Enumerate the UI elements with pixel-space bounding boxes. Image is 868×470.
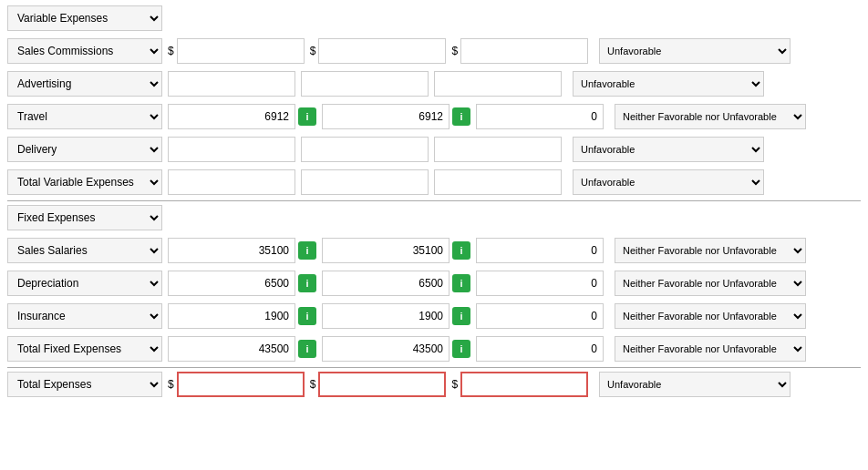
label-select-travel[interactable]: Travel [7,104,162,129]
label-select-total-expenses[interactable]: Total Expenses [7,372,162,397]
input-col1-travel[interactable] [168,104,295,129]
info-btn-col1-insurance[interactable]: i [298,307,316,325]
variance-select-sales-salaries[interactable]: UnfavorableFavorableNeither Favorable no… [615,238,806,263]
label-select-advertising[interactable]: Advertising [7,71,162,97]
input-col3-total-fixed-expenses[interactable] [476,336,604,362]
variance-select-total-expenses[interactable]: UnfavorableFavorableNeither Favorable no… [599,372,790,397]
input-col2-total-variable-expenses[interactable] [301,169,429,195]
variance-select-advertising[interactable]: UnfavorableFavorableNeither Favorable no… [573,71,764,97]
variance-select-delivery[interactable]: UnfavorableFavorableNeither Favorable no… [573,137,764,162]
col3-cell-sales-salaries [476,238,604,263]
info-btn-col2-total-fixed-expenses[interactable]: i [452,340,470,358]
col2-cell-advertising [301,71,429,97]
input-col1-sales-salaries[interactable] [168,238,295,263]
input-col3-advertising[interactable] [434,71,562,97]
variance-select-insurance[interactable]: UnfavorableFavorableNeither Favorable no… [615,303,806,329]
row-variable-expenses-header: Variable Expenses [7,4,861,33]
variance-select-sales-commissions[interactable]: UnfavorableFavorableNeither Favorable no… [599,38,790,64]
info-btn-col2-sales-salaries[interactable]: i [452,241,470,260]
label-select-variable-expenses-header[interactable]: Variable Expenses [7,5,162,31]
input-col1-delivery[interactable] [168,137,295,162]
input-col2-total-expenses[interactable] [318,372,446,397]
input-col3-insurance[interactable] [476,303,604,329]
dollar-sign-col3-sales-commissions: $ [451,45,458,57]
input-col3-travel[interactable] [476,104,604,129]
info-btn-col1-total-fixed-expenses[interactable]: i [298,340,316,358]
info-btn-col1-sales-salaries[interactable]: i [298,241,316,260]
row-total-variable-expenses: Total Variable ExpensesUnfavorableFavora… [7,168,861,197]
input-col2-insurance[interactable] [322,303,450,329]
info-btn-col2-travel[interactable]: i [452,107,470,126]
variance-cell-total-variable-expenses: UnfavorableFavorableNeither Favorable no… [567,169,764,195]
col3-cell-sales-commissions: $ [451,38,588,64]
label-select-sales-commissions[interactable]: Sales Commissions [7,38,162,64]
input-col1-advertising[interactable] [168,71,295,97]
variance-select-total-variable-expenses[interactable]: UnfavorableFavorableNeither Favorable no… [573,169,764,195]
variance-select-depreciation[interactable]: UnfavorableFavorableNeither Favorable no… [615,271,806,296]
col2-cell-total-expenses: $ [310,372,447,397]
col1-cell-travel: i [168,104,316,129]
variance-cell-depreciation: UnfavorableFavorableNeither Favorable no… [609,271,806,296]
info-btn-col1-depreciation[interactable]: i [298,274,316,292]
label-select-fixed-expenses-header[interactable]: Fixed Expenses [7,205,162,230]
label-select-total-fixed-expenses[interactable]: Total Fixed Expenses [7,336,162,362]
col3-cell-advertising [434,71,562,97]
input-col3-sales-commissions[interactable] [460,38,588,64]
info-btn-col2-insurance[interactable]: i [452,307,470,325]
row-depreciation: DepreciationiiUnfavorableFavorableNeithe… [7,269,861,298]
col2-cell-insurance: i [322,303,470,329]
input-col1-depreciation[interactable] [168,271,295,296]
dollar-sign-col2-total-expenses: $ [310,378,316,391]
label-cell-insurance: Insurance [7,303,162,329]
input-col2-sales-commissions[interactable] [318,38,446,64]
col1-cell-sales-salaries: i [168,238,316,263]
input-col2-depreciation[interactable] [322,271,450,296]
label-select-delivery[interactable]: Delivery [7,137,162,162]
input-col2-delivery[interactable] [301,137,429,162]
col2-cell-total-fixed-expenses: i [322,336,470,362]
input-col3-sales-salaries[interactable] [476,238,604,263]
label-cell-travel: Travel [7,104,162,129]
input-col2-travel[interactable] [322,104,450,129]
col1-cell-sales-commissions: $ [168,38,305,64]
input-col1-total-variable-expenses[interactable] [168,169,295,195]
dollar-sign-col3-total-expenses: $ [451,378,458,391]
label-select-total-variable-expenses[interactable]: Total Variable Expenses [7,169,162,195]
col1-cell-total-fixed-expenses: i [168,336,316,362]
info-btn-col1-travel[interactable]: i [298,107,316,126]
row-insurance: InsuranceiiUnfavorableFavorableNeither F… [7,301,861,331]
row-sales-commissions: Sales Commissions$$$UnfavorableFavorable… [7,36,861,66]
label-cell-advertising: Advertising [7,71,162,97]
label-cell-fixed-expenses-header: Fixed Expenses [7,205,162,230]
col1-cell-total-variable-expenses [168,169,295,195]
label-cell-total-fixed-expenses: Total Fixed Expenses [7,336,162,362]
variance-select-total-fixed-expenses[interactable]: UnfavorableFavorableNeither Favorable no… [615,336,806,362]
col3-cell-total-expenses: $ [451,372,588,397]
variance-cell-sales-commissions: UnfavorableFavorableNeither Favorable no… [594,38,790,64]
input-col2-sales-salaries[interactable] [322,238,450,263]
info-btn-col2-depreciation[interactable]: i [452,274,470,292]
label-select-depreciation[interactable]: Depreciation [7,271,162,296]
input-col1-sales-commissions[interactable] [177,38,305,64]
input-col1-total-fixed-expenses[interactable] [168,336,295,362]
input-col3-depreciation[interactable] [476,271,604,296]
label-select-sales-salaries[interactable]: Sales Salaries [7,238,162,263]
input-col2-total-fixed-expenses[interactable] [322,336,450,362]
variance-cell-delivery: UnfavorableFavorableNeither Favorable no… [567,137,764,162]
row-travel: TraveliiUnfavorableFavorableNeither Favo… [7,102,861,131]
variance-select-travel[interactable]: UnfavorableFavorableNeither Favorable no… [615,104,806,129]
col3-cell-delivery [434,137,562,162]
input-col3-total-expenses[interactable] [460,372,588,397]
variance-cell-advertising: UnfavorableFavorableNeither Favorable no… [567,71,764,97]
main-container: Variable ExpensesSales Commissions$$$Unf… [0,0,868,406]
input-col3-total-variable-expenses[interactable] [434,169,562,195]
input-col2-advertising[interactable] [301,71,429,97]
input-col3-delivery[interactable] [434,137,562,162]
label-select-insurance[interactable]: Insurance [7,303,162,329]
input-col1-insurance[interactable] [168,303,295,329]
variance-cell-total-fixed-expenses: UnfavorableFavorableNeither Favorable no… [609,336,806,362]
col1-cell-total-expenses: $ [168,372,305,397]
input-col1-total-expenses[interactable] [177,372,305,397]
label-cell-sales-commissions: Sales Commissions [7,38,162,64]
row-fixed-expenses-header: Fixed Expenses [7,203,861,232]
